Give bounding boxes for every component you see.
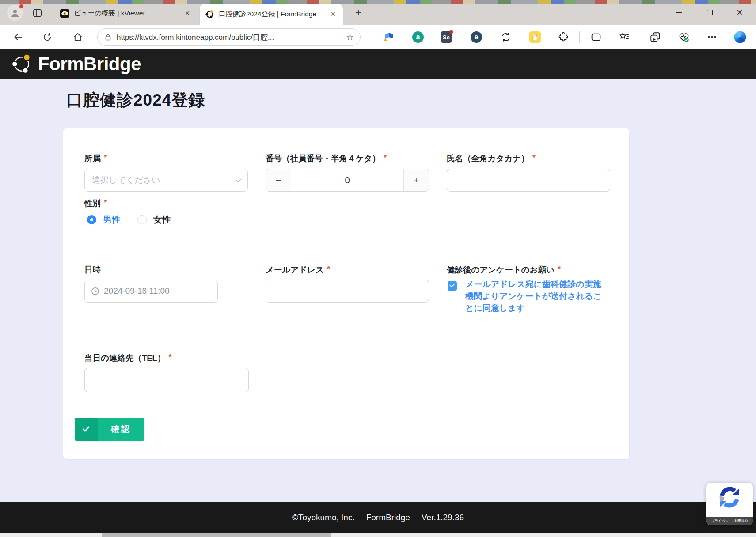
toolbar-divider: [579, 31, 580, 43]
email-label: メールアドレス*: [266, 264, 330, 275]
browser-window: ビューの概要 | kViewer × 口腔健診2024登録 | FormBrid…: [0, 0, 756, 537]
number-label: 番号（社員番号・半角４ケタ）*: [266, 153, 387, 164]
maximize-button[interactable]: [700, 0, 719, 25]
minimize-icon: [676, 12, 682, 13]
sync-extension-icon[interactable]: [501, 32, 512, 43]
required-asterisk: *: [104, 153, 107, 162]
back-icon: [13, 32, 23, 42]
clock-icon: [91, 287, 99, 295]
tab-formbridge[interactable]: 口腔健診2024登録 | FormBridge ×: [200, 4, 343, 25]
footer-version: Ver.1.29.36: [422, 513, 464, 522]
number-stepper: − 0 +: [266, 169, 429, 192]
kviewer-favicon-icon: [60, 9, 69, 18]
department-label: 所属*: [84, 153, 107, 164]
tab-kviewer[interactable]: ビューの概要 | kViewer ×: [55, 4, 197, 23]
close-window-button[interactable]: ×: [730, 0, 749, 25]
workspaces-icon[interactable]: [32, 8, 43, 20]
stepper-value[interactable]: 0: [291, 169, 403, 191]
confirm-button[interactable]: 確認: [75, 418, 144, 441]
extension-blue-ribbon-icon[interactable]: [383, 31, 394, 43]
back-button[interactable]: [13, 32, 23, 42]
stepper-minus-button[interactable]: −: [266, 169, 291, 191]
required-asterisk: *: [384, 153, 387, 162]
formbridge-favicon-icon: [205, 10, 214, 19]
url-text[interactable]: https://ktvdx.form.kintoneapp.com/public…: [117, 32, 346, 42]
favorites-icon[interactable]: [619, 31, 630, 43]
close-tab-icon[interactable]: ×: [329, 10, 338, 19]
formbridge-header: FormBridge: [0, 49, 756, 79]
home-icon: [72, 32, 83, 42]
profile-avatar[interactable]: [7, 5, 23, 21]
recaptcha-badge[interactable]: プライバシー - 利用規約: [706, 483, 753, 525]
required-asterisk: *: [558, 264, 561, 273]
browser-titlebar: ビューの概要 | kViewer × 口腔健診2024登録 | FormBrid…: [0, 0, 756, 25]
extensions-menu-icon[interactable]: [558, 32, 569, 42]
minimize-button[interactable]: [669, 0, 689, 25]
tab-title: 口腔健診2024登録 | FormBridge: [219, 10, 324, 19]
recaptcha-caption[interactable]: プライバシー - 利用規約: [706, 517, 753, 525]
radio-male-label[interactable]: 男性: [103, 214, 121, 226]
wallpaper-strip: [0, 0, 756, 4]
check-icon: [75, 418, 98, 441]
footer-brand: FormBridge: [366, 513, 410, 522]
chevron-down-icon: [235, 176, 241, 182]
se-badge-dot: [450, 30, 453, 34]
browser-essentials-icon[interactable]: [678, 31, 690, 43]
refresh-icon: [42, 32, 53, 42]
datetime-input[interactable]: 2024-09-18 11:00: [84, 280, 218, 303]
bottom-strip: [0, 533, 756, 537]
taskbar-fragment: [102, 533, 331, 537]
settings-menu-icon[interactable]: •••: [708, 33, 717, 42]
select-placeholder: 選択してください: [92, 174, 236, 186]
split-screen-icon[interactable]: [591, 32, 602, 43]
required-asterisk: *: [327, 264, 330, 273]
address-bar[interactable]: https://ktvdx.form.kintoneapp.com/public…: [97, 28, 361, 46]
datetime-value: 2024-09-18 11:00: [104, 286, 170, 296]
tel-label: 当日の連絡先（TEL）*: [84, 352, 172, 363]
maximize-icon: [707, 10, 713, 15]
email-input[interactable]: [266, 280, 429, 303]
selenium-ide-icon[interactable]: Se: [441, 31, 452, 43]
close-icon: ×: [737, 8, 742, 18]
gender-label: 性別*: [84, 198, 107, 209]
rabbit-extension-icon[interactable]: [529, 31, 541, 43]
recaptcha-icon: [718, 486, 741, 510]
confirm-button-label: 確認: [98, 418, 144, 441]
lock-icon[interactable]: [104, 33, 112, 42]
footer-copyright: ©Toyokumo, Inc.: [292, 513, 355, 522]
refresh-button[interactable]: [42, 32, 53, 42]
name-input[interactable]: [447, 169, 610, 192]
required-asterisk: *: [104, 198, 107, 207]
tel-input[interactable]: [84, 368, 249, 392]
page-footer: ©Toyokumo, Inc. FormBridge Ver.1.29.36: [0, 502, 756, 533]
required-asterisk: *: [532, 153, 536, 162]
notification-dot: [19, 4, 24, 9]
collections-icon[interactable]: [650, 31, 661, 43]
favorite-star-icon[interactable]: ☆: [346, 32, 354, 42]
name-label: 氏名（全角カタカナ）*: [447, 153, 536, 164]
survey-label: 健診後のアンケートのお願い*: [447, 264, 561, 275]
required-asterisk: *: [168, 352, 171, 362]
radio-female-label[interactable]: 女性: [153, 214, 171, 226]
copilot-icon[interactable]: [734, 31, 746, 43]
new-tab-button[interactable]: +: [352, 6, 365, 19]
radio-male[interactable]: [87, 215, 96, 224]
datetime-label: 日時: [84, 264, 101, 275]
browser-toolbar: https://ktvdx.form.kintoneapp.com/public…: [0, 25, 756, 49]
close-tab-icon[interactable]: ×: [183, 9, 192, 18]
survey-consent-text[interactable]: メールアドレス宛に歯科健診の実施機関よりアンケートが送付されることに同意します: [465, 278, 606, 314]
formbridge-logo-icon: [11, 54, 32, 74]
form-page: 口腔健診2024登録 所属* 番号（社員番号・半角４ケタ）* 氏名（全角カタカナ…: [0, 79, 756, 502]
extension-e-icon[interactable]: e: [471, 31, 482, 43]
extension-a-icon[interactable]: a: [412, 31, 424, 43]
stepper-plus-button[interactable]: +: [403, 169, 429, 191]
survey-consent-checkbox[interactable]: [448, 281, 457, 291]
department-select[interactable]: 選択してください: [84, 169, 248, 192]
home-button[interactable]: [72, 32, 83, 42]
radio-female[interactable]: [137, 215, 147, 224]
form-card: 所属* 番号（社員番号・半角４ケタ）* 氏名（全角カタカナ）* 選択してください…: [63, 128, 629, 459]
gender-radio-group: 男性 女性: [87, 214, 171, 226]
brand-wordmark: FormBridge: [38, 53, 141, 75]
tab-divider: [52, 7, 52, 19]
person-icon: [10, 8, 20, 18]
